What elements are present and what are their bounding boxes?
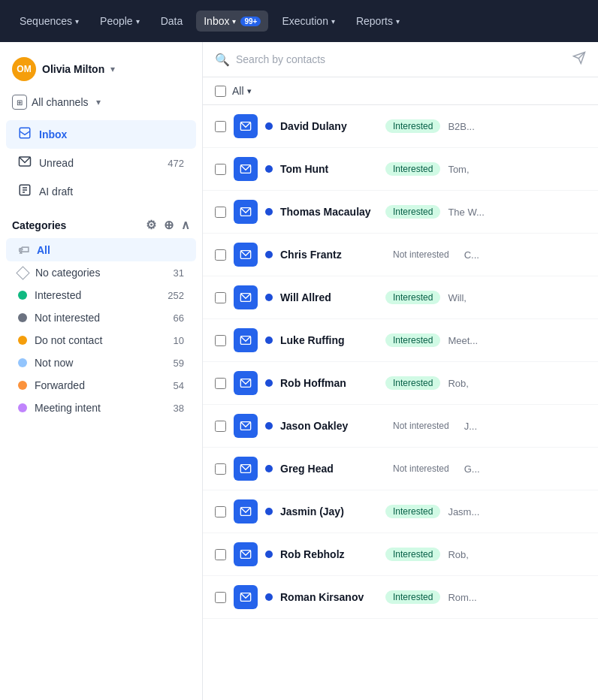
content-area: 🔍 All ▾ David Dulany Interested <box>203 42 598 700</box>
all-tag-icon: 🏷 <box>18 243 29 256</box>
meeting-intent-dot <box>18 403 27 412</box>
contact-checkbox-8[interactable] <box>215 463 226 475</box>
contact-name: Thomas Macaulay <box>280 206 378 218</box>
contact-dot <box>265 165 273 173</box>
contact-preview: J... <box>464 421 586 432</box>
contact-dot <box>265 251 273 258</box>
contact-preview: Tom, <box>448 164 586 175</box>
people-chevron: ▾ <box>136 17 140 26</box>
contact-checkbox-2[interactable] <box>215 207 226 218</box>
contact-name: Rob Rebholz <box>280 548 378 560</box>
categories-settings-icon[interactable]: ⚙ <box>146 218 156 232</box>
contact-checkbox-0[interactable] <box>215 121 226 132</box>
all-label: All ▾ <box>232 85 252 97</box>
contact-email-icon <box>234 157 258 181</box>
category-not-interested[interactable]: Not interested 66 <box>6 306 196 329</box>
select-all-checkbox[interactable] <box>215 86 226 97</box>
execution-chevron: ▾ <box>331 17 335 26</box>
contact-name: David Dulany <box>280 120 378 132</box>
contact-dot <box>265 593 273 601</box>
category-interested[interactable]: Interested 252 <box>6 284 196 306</box>
nav-data[interactable]: Data <box>153 11 191 32</box>
contact-preview: Rom... <box>448 592 586 603</box>
contact-name: Will Allred <box>280 291 378 303</box>
sidebar-unread[interactable]: Unread 472 <box>6 149 196 177</box>
inbox-icon <box>18 126 32 143</box>
channels-chevron: ▾ <box>96 97 101 107</box>
contact-name: Jasmin (Jay) <box>280 505 378 517</box>
contact-name: Rob Hoffman <box>280 377 378 389</box>
status-badge: Interested <box>385 205 440 219</box>
contact-email-icon <box>234 499 258 523</box>
contact-row[interactable]: Greg Head Not interested G... <box>203 448 598 490</box>
nav-people[interactable]: People ▾ <box>92 11 147 32</box>
sequences-chevron: ▾ <box>75 17 79 26</box>
contact-dot <box>265 465 273 472</box>
contact-preview: C... <box>464 249 586 261</box>
search-input[interactable] <box>236 53 566 65</box>
sidebar-ai-draft[interactable]: AI draft <box>6 177 196 206</box>
contact-row[interactable]: Chris Frantz Not interested C... <box>203 234 598 276</box>
sidebar: OM Olivia Milton ▾ ⊞ All channels ▾ Inbo… <box>0 42 203 700</box>
category-meeting-intent[interactable]: Meeting intent 38 <box>6 397 196 419</box>
user-section[interactable]: OM Olivia Milton ▾ <box>0 54 202 90</box>
contact-checkbox-4[interactable] <box>215 292 226 303</box>
contact-row[interactable]: Jasmin (Jay) Interested Jasm... <box>203 490 598 533</box>
contact-preview: Rob, <box>448 549 586 560</box>
contact-checkbox-6[interactable] <box>215 378 226 389</box>
all-chevron: ▾ <box>247 86 252 96</box>
user-dropdown-icon: ▾ <box>110 64 115 74</box>
do-not-contact-dot <box>18 336 27 345</box>
status-badge: Interested <box>385 590 440 604</box>
contact-name: Greg Head <box>280 463 378 475</box>
contact-row[interactable]: Luke Ruffing Interested Meet... <box>203 319 598 362</box>
contact-name: Tom Hunt <box>280 163 378 175</box>
contact-row[interactable]: Rob Rebholz Interested Rob, <box>203 533 598 576</box>
nav-execution[interactable]: Execution ▾ <box>274 11 342 32</box>
nav-reports[interactable]: Reports ▾ <box>349 11 407 32</box>
category-not-now[interactable]: Not now 59 <box>6 352 196 374</box>
not-now-dot <box>18 358 27 367</box>
category-do-not-contact[interactable]: Do not contact 10 <box>6 329 196 352</box>
category-all[interactable]: 🏷 All <box>6 238 196 261</box>
contact-row[interactable]: David Dulany Interested B2B... <box>203 105 598 148</box>
user-name: Olivia Milton <box>42 63 104 75</box>
contact-checkbox-5[interactable] <box>215 335 226 346</box>
nav-inbox[interactable]: Inbox ▾ 99+ <box>196 11 268 32</box>
contact-dot <box>265 336 273 344</box>
contact-preview: G... <box>464 463 586 475</box>
sidebar-inbox[interactable]: Inbox <box>6 120 196 149</box>
contact-row[interactable]: Jason Oakley Not interested J... <box>203 405 598 448</box>
contact-dot <box>265 122 273 130</box>
contact-checkbox-1[interactable] <box>215 164 226 175</box>
category-no-categories[interactable]: No categories 31 <box>6 261 196 284</box>
contact-row[interactable]: Will Allred Interested Will, <box>203 276 598 319</box>
send-icon[interactable] <box>572 51 586 68</box>
contact-email-icon <box>234 585 258 609</box>
contact-checkbox-3[interactable] <box>215 249 226 261</box>
contact-row[interactable]: Tom Hunt Interested Tom, <box>203 148 598 191</box>
category-forwarded[interactable]: Forwarded 54 <box>6 374 196 397</box>
status-badge: Interested <box>385 548 440 561</box>
contact-row[interactable]: Thomas Macaulay Interested The W... <box>203 191 598 234</box>
not-interested-dot <box>18 313 27 322</box>
contact-checkbox-9[interactable] <box>215 506 226 517</box>
categories-collapse-icon[interactable]: ∧ <box>181 218 190 232</box>
status-badge: Not interested <box>385 462 457 475</box>
contact-checkbox-10[interactable] <box>215 549 226 560</box>
categories-header: Categories ⚙ ⊕ ∧ <box>0 206 202 238</box>
reports-chevron: ▾ <box>396 17 400 26</box>
inbox-chevron: ▾ <box>232 17 236 26</box>
contact-dot <box>265 508 273 515</box>
status-badge: Interested <box>385 119 440 133</box>
nav-sequences[interactable]: Sequences ▾ <box>12 11 86 32</box>
contact-checkbox-11[interactable] <box>215 592 226 603</box>
contact-row[interactable]: Roman Kirsanov Interested Rom... <box>203 576 598 619</box>
interested-dot <box>18 291 27 300</box>
contact-email-icon <box>234 200 258 224</box>
categories-add-icon[interactable]: ⊕ <box>164 218 174 232</box>
contact-checkbox-7[interactable] <box>215 421 226 432</box>
contacts-list: David Dulany Interested B2B... Tom Hunt … <box>203 105 598 700</box>
channels-selector[interactable]: ⊞ All channels ▾ <box>0 90 202 120</box>
contact-row[interactable]: Rob Hoffman Interested Rob, <box>203 362 598 405</box>
